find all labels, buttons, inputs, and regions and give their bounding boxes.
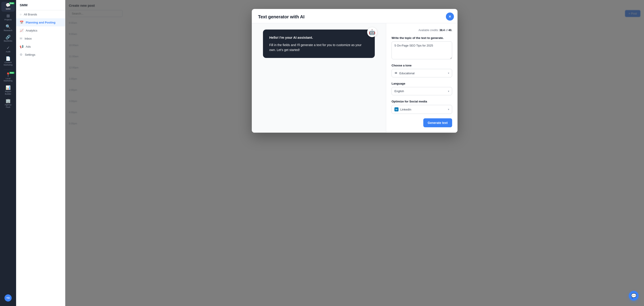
language-form-group: Language English ▾ <box>392 82 452 95</box>
chat-fab-icon: 💬 <box>631 293 636 298</box>
nav-item-all-brands[interactable]: ○ All Brands <box>16 10 65 18</box>
tone-value: Educational <box>399 72 414 75</box>
planning-posting-icon: 📅 <box>20 20 24 24</box>
avatar[interactable]: YD <box>4 294 12 302</box>
ai-avatar-icon: 🤖 <box>369 29 376 35</box>
topic-label: Write the topic of the text to generate. <box>392 36 452 40</box>
credits-separator: of <box>446 29 448 32</box>
modal-close-button[interactable]: × <box>446 12 454 20</box>
sidebar-item-content-marketing[interactable]: 📄 Content Marketing <box>1 55 15 68</box>
sidebar-item-research[interactable]: 🔍 Research <box>1 23 15 33</box>
nav-item-planning-posting[interactable]: 📅 Planning and Posting <box>16 18 65 26</box>
sidebar-item-smm[interactable]: 💬 SMM Beta <box>1 2 15 12</box>
tone-icon: 👁 <box>394 71 398 75</box>
credits-total: 40. <box>448 29 452 32</box>
analytics-icon: 📈 <box>20 29 24 32</box>
social-select-inner: in LinkedIn <box>394 107 411 112</box>
nav-panel-title: SMM <box>16 0 65 10</box>
sidebar-item-backlinks[interactable]: 🔗 Backlinks <box>1 34 15 44</box>
text-generator-modal: Text generator with AI × Hello! I'm your… <box>252 9 458 133</box>
smm-badge: Beta <box>9 2 14 4</box>
projects-icon: ⊞ <box>6 14 10 18</box>
sidebar-item-audit[interactable]: ✓ Audit <box>1 44 15 54</box>
language-select-inner: English <box>394 90 404 93</box>
sidebar: 💬 SMM Beta ⊞ Projects 🔍 Research 🔗 Backl… <box>0 0 16 306</box>
all-brands-icon: ○ <box>20 12 22 16</box>
sidebar-item-report-builder[interactable]: 📊 Report Builder <box>1 84 15 97</box>
modal-body: Hello! I'm your AI assistant. Fill in th… <box>252 23 458 133</box>
modal-overlay: Text generator with AI × Hello! I'm your… <box>65 0 644 306</box>
language-label: Language <box>392 82 452 85</box>
credits-prefix: Available credits: <box>418 29 439 32</box>
modal-right-panel: Available credits: 38.4 of 40. Write the… <box>386 23 458 133</box>
nav-item-ads-label: Ads <box>26 45 31 48</box>
research-icon: 🔍 <box>6 24 10 29</box>
inbox-icon: ✉ <box>20 37 22 40</box>
backlinks-icon: 🔗 <box>6 35 10 39</box>
nav-item-all-brands-label: All Brands <box>24 13 37 16</box>
social-label: Optimize for Social media <box>392 100 452 103</box>
sidebar-item-projects[interactable]: ⊞ Projects <box>1 12 15 22</box>
tone-select-inner: 👁 Educational <box>394 71 414 75</box>
chat-greeting: Hello! I'm your AI assistant. <box>269 35 368 40</box>
tone-chevron-icon: ▾ <box>448 72 449 75</box>
language-select[interactable]: English ▾ <box>392 87 452 95</box>
chat-body: Fill in the fields and I'll generate a t… <box>269 42 368 52</box>
social-value: LinkedIn <box>400 108 411 111</box>
credits-current: 38.4 <box>440 29 444 32</box>
nav-item-settings-label: Settings <box>25 53 35 56</box>
chat-fab-button[interactable]: 💬 <box>629 291 639 301</box>
local-marketing-badge: New <box>10 72 14 74</box>
generate-text-button[interactable]: Generate text <box>423 118 452 127</box>
sidebar-item-agency-pack[interactable]: 🏢 Agency Pack <box>1 98 15 110</box>
nav-item-inbox[interactable]: ✉ Inbox <box>16 34 65 42</box>
ai-avatar: 🤖 <box>367 27 377 37</box>
social-form-group: Optimize for Social media in LinkedIn ▾ <box>392 100 452 114</box>
linkedin-icon: in <box>394 107 398 112</box>
language-value: English <box>394 90 404 93</box>
main-content: Create new post + Post 8:00am 9:00am 10:… <box>65 0 644 306</box>
nav-panel: SMM ○ All Brands 📅 Planning and Posting … <box>16 0 65 306</box>
sidebar-divider <box>4 69 12 70</box>
settings-icon: ⚙ <box>20 53 22 56</box>
chat-bubble: Hello! I'm your AI assistant. Fill in th… <box>263 30 375 58</box>
ads-icon: 📢 <box>20 45 24 48</box>
nav-item-analytics[interactable]: 📈 Analytics <box>16 26 65 34</box>
chat-bubble-wrap: Hello! I'm your AI assistant. Fill in th… <box>263 30 375 58</box>
tone-form-group: Choose a tone 👁 Educational ▾ <box>392 64 452 78</box>
topic-form-group: Write the topic of the text to generate.… <box>392 36 452 59</box>
tone-select[interactable]: 👁 Educational ▾ <box>392 69 452 78</box>
nav-item-planning-posting-label: Planning and Posting <box>26 21 56 24</box>
modal-title: Text generator with AI <box>258 14 304 19</box>
language-chevron-icon: ▾ <box>448 90 449 93</box>
tone-label: Choose a tone <box>392 64 452 67</box>
report-builder-icon: 📊 <box>6 86 10 90</box>
nav-item-inbox-label: Inbox <box>24 37 32 40</box>
sidebar-bottom: YD <box>4 294 12 304</box>
nav-item-analytics-label: Analytics <box>26 29 37 32</box>
modal-left-panel: Hello! I'm your AI assistant. Fill in th… <box>252 23 386 133</box>
agency-pack-icon: 🏢 <box>6 99 10 103</box>
social-chevron-icon: ▾ <box>448 108 449 111</box>
nav-item-settings[interactable]: ⚙ Settings <box>16 50 65 58</box>
sidebar-item-local-marketing[interactable]: 📍 Local Marketing New <box>1 71 15 84</box>
topic-textarea[interactable]: 5 On-Page SEO Tips for 2025 <box>392 42 452 59</box>
content-marketing-icon: 📄 <box>6 56 10 60</box>
social-select[interactable]: in LinkedIn ▾ <box>392 105 452 114</box>
nav-item-ads[interactable]: 📢 Ads <box>16 42 65 50</box>
audit-icon: ✓ <box>6 46 10 50</box>
modal-title-bar: Text generator with AI <box>252 9 458 23</box>
credits-line: Available credits: 38.4 of 40. <box>392 29 452 32</box>
